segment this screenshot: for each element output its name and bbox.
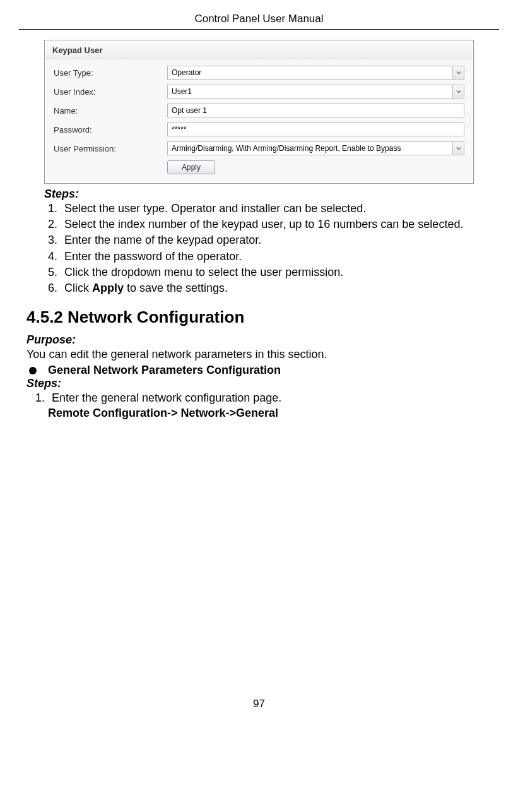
input-name[interactable]	[167, 104, 464, 117]
section-heading: 4.5.2 Network Configuration	[26, 307, 492, 327]
label-user-index: User Index:	[54, 87, 167, 97]
apply-button[interactable]: Apply	[167, 160, 215, 174]
document-content: Steps: Select the user type. Operator an…	[19, 188, 499, 420]
bullet-general-network: General Network Parameters Configuration	[26, 364, 492, 377]
bullet-title: General Network Parameters Configuration	[48, 364, 281, 377]
step-item: Enter the name of the keypad operator.	[61, 232, 492, 248]
chevron-down-icon[interactable]	[452, 85, 464, 98]
row-user-index: User Index: User1	[54, 85, 464, 99]
select-user-index-value: User1	[172, 87, 192, 96]
label-name: Name:	[54, 106, 167, 116]
step-item: Select the index number of the keypad us…	[61, 217, 492, 232]
step-item: Enter the password of the operator.	[61, 249, 492, 265]
select-user-index[interactable]: User1	[167, 85, 464, 99]
select-permission[interactable]: Arming/Disarming, With Arming/Disarming …	[167, 141, 464, 155]
step-item: Select the user type. Operator and insta…	[61, 201, 492, 217]
input-password[interactable]	[167, 122, 464, 136]
steps2-heading: Steps:	[26, 377, 492, 390]
steps2-list: Enter the general network configuration …	[48, 390, 492, 406]
step6-prefix: Click	[64, 282, 92, 294]
purpose-text: You can edit the general network paramet…	[26, 347, 492, 362]
label-password: Password:	[54, 125, 167, 134]
purpose-heading: Purpose:	[26, 333, 492, 347]
navigation-path: Remote Configuration-> Network->General	[48, 407, 492, 420]
row-password: Password:	[54, 122, 464, 136]
steps-list: Select the user type. Operator and insta…	[61, 201, 492, 296]
select-user-type[interactable]: Operator	[167, 66, 464, 80]
row-user-type: User Type: Operator	[54, 66, 464, 80]
keypad-user-panel: Keypad User User Type: Operator User Ind…	[44, 40, 474, 184]
step6-suffix: to save the settings.	[124, 282, 228, 294]
steps-heading: Steps:	[44, 188, 492, 201]
step2-item: Enter the general network configuration …	[48, 390, 492, 406]
row-name: Name:	[54, 104, 464, 117]
step6-bold: Apply	[92, 282, 124, 294]
row-permission: User Permission: Arming/Disarming, With …	[54, 141, 464, 155]
step-item: Click the dropdown menu to select the us…	[61, 265, 492, 280]
select-user-type-value: Operator	[172, 68, 201, 77]
page-number: 97	[19, 698, 499, 710]
bullet-dot-icon	[29, 367, 37, 374]
step-item: Click Apply to save the settings.	[61, 280, 492, 296]
page-header-title: Control Panel User Manual	[19, 13, 499, 30]
select-permission-value: Arming/Disarming, With Arming/Disarming …	[172, 144, 401, 153]
chevron-down-icon[interactable]	[452, 142, 464, 155]
label-permission: User Permission:	[54, 144, 167, 153]
panel-title: Keypad User	[46, 42, 472, 59]
chevron-down-icon[interactable]	[452, 66, 464, 79]
label-user-type: User Type:	[54, 68, 167, 78]
